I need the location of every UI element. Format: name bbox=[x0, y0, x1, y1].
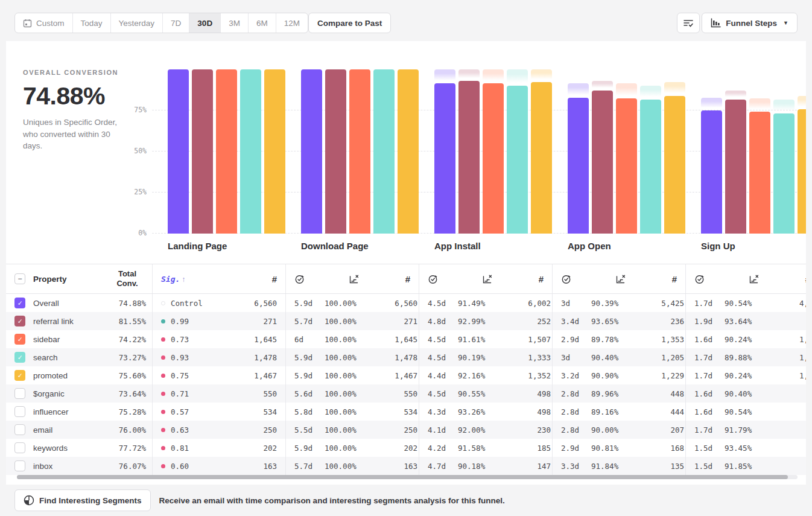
funnel-bar-referral-link[interactable] bbox=[458, 69, 480, 234]
bar-segment-dropoff[interactable] bbox=[640, 86, 661, 98]
avg-time-column-header-icon[interactable] bbox=[419, 274, 438, 284]
bar-segment-converted[interactable] bbox=[349, 69, 370, 234]
bar-segment-converted[interactable] bbox=[616, 98, 637, 234]
bar-segment-converted[interactable] bbox=[240, 69, 261, 234]
bar-segment-converted[interactable] bbox=[325, 69, 346, 234]
conversion-rate-column-header-icon[interactable] bbox=[349, 274, 360, 284]
count-column-header[interactable]: # bbox=[272, 274, 285, 284]
count-column-header[interactable]: # bbox=[805, 274, 806, 284]
row-checkbox[interactable] bbox=[14, 424, 25, 435]
funnel-bar-promoted[interactable] bbox=[264, 69, 285, 234]
funnel-bar-search[interactable] bbox=[507, 69, 528, 234]
bar-segment-converted[interactable] bbox=[264, 69, 285, 234]
bar-segment-converted[interactable] bbox=[701, 110, 722, 234]
funnel-bar-sidebar[interactable] bbox=[349, 69, 370, 234]
date-range-yesterday[interactable]: Yesterday bbox=[111, 13, 163, 33]
bar-segment-converted[interactable] bbox=[398, 69, 419, 234]
bar-segment-dropoff[interactable] bbox=[616, 83, 637, 96]
funnel-steps-dropdown[interactable]: Funnel Steps ▼ bbox=[702, 13, 798, 33]
row-checkbox[interactable] bbox=[14, 442, 25, 453]
bar-segment-converted[interactable] bbox=[592, 91, 613, 234]
conversion-rate-column-header-icon[interactable] bbox=[749, 274, 760, 284]
funnel-bar-sidebar[interactable] bbox=[483, 69, 504, 234]
funnel-bar-sidebar[interactable] bbox=[616, 69, 637, 234]
bar-segment-dropoff[interactable] bbox=[749, 98, 770, 109]
row-checkbox[interactable] bbox=[14, 460, 25, 471]
funnel-bar-search[interactable] bbox=[373, 69, 395, 234]
bar-segment-converted[interactable] bbox=[434, 83, 455, 234]
bar-segment-dropoff[interactable] bbox=[458, 69, 480, 78]
count-column-header[interactable]: # bbox=[539, 274, 552, 284]
bar-segment-dropoff[interactable] bbox=[798, 96, 806, 107]
date-range-3m[interactable]: 3M bbox=[221, 13, 249, 33]
funnel-bar-sidebar[interactable] bbox=[216, 69, 237, 234]
funnel-bar-search[interactable] bbox=[640, 69, 661, 234]
compare-to-past-button[interactable]: Compare to Past bbox=[308, 13, 391, 33]
bar-segment-converted[interactable] bbox=[568, 98, 589, 234]
bar-segment-converted[interactable] bbox=[725, 100, 746, 234]
bar-segment-dropoff[interactable] bbox=[531, 69, 552, 80]
date-range-6m[interactable]: 6M bbox=[249, 13, 276, 33]
funnel-bar-referral-link[interactable] bbox=[725, 69, 746, 234]
avg-time-column-header-icon[interactable] bbox=[686, 274, 705, 284]
funnel-bar-search[interactable] bbox=[240, 69, 261, 234]
avg-time-column-header-icon[interactable] bbox=[286, 274, 305, 284]
funnel-bar-overall[interactable] bbox=[568, 69, 589, 234]
row-checkbox[interactable]: ✓ bbox=[14, 316, 25, 326]
funnel-bar-overall[interactable] bbox=[168, 69, 189, 234]
bar-segment-converted[interactable] bbox=[458, 81, 480, 234]
bar-segment-dropoff[interactable] bbox=[568, 83, 589, 95]
funnel-bar-promoted[interactable] bbox=[664, 69, 685, 234]
funnel-bar-referral-link[interactable] bbox=[192, 69, 213, 234]
bar-segment-dropoff[interactable] bbox=[773, 100, 795, 110]
count-column-header[interactable]: # bbox=[672, 274, 685, 284]
funnel-bar-promoted[interactable] bbox=[798, 69, 806, 234]
bar-segment-dropoff[interactable] bbox=[701, 98, 722, 108]
funnel-bar-referral-link[interactable] bbox=[325, 69, 346, 234]
funnel-bar-referral-link[interactable] bbox=[592, 69, 613, 234]
bar-segment-converted[interactable] bbox=[168, 69, 189, 234]
find-interesting-segments-button[interactable]: Find Interesting Segments bbox=[14, 489, 151, 511]
conversion-rate-column-header-icon[interactable] bbox=[615, 274, 626, 284]
funnel-bar-promoted[interactable] bbox=[398, 69, 419, 234]
bar-segment-converted[interactable] bbox=[301, 69, 322, 234]
bar-segment-converted[interactable] bbox=[216, 69, 237, 234]
row-checkbox[interactable]: ✓ bbox=[14, 352, 25, 363]
avg-time-column-header-icon[interactable] bbox=[553, 274, 571, 284]
bar-segment-dropoff[interactable] bbox=[507, 69, 528, 83]
bar-segment-converted[interactable] bbox=[507, 86, 528, 234]
date-range-30d[interactable]: 30D bbox=[189, 13, 221, 33]
bar-segment-dropoff[interactable] bbox=[434, 69, 455, 81]
bar-segment-dropoff[interactable] bbox=[664, 82, 685, 94]
sig-column-header[interactable]: Sig.↑ bbox=[153, 275, 185, 284]
date-range-today[interactable]: Today bbox=[73, 13, 111, 33]
bar-segment-converted[interactable] bbox=[798, 109, 806, 234]
funnel-bar-sidebar[interactable] bbox=[749, 69, 770, 234]
funnel-bar-search[interactable] bbox=[773, 69, 795, 234]
date-range-7d[interactable]: 7D bbox=[163, 13, 189, 33]
bar-segment-converted[interactable] bbox=[531, 82, 552, 234]
bar-segment-converted[interactable] bbox=[373, 69, 395, 234]
horizontal-scrollbar-thumb[interactable] bbox=[17, 475, 788, 479]
bar-segment-converted[interactable] bbox=[749, 112, 770, 234]
row-checkbox[interactable] bbox=[14, 388, 25, 399]
date-range-12m[interactable]: 12M bbox=[276, 13, 308, 33]
count-column-header[interactable]: # bbox=[405, 274, 419, 284]
bar-segment-converted[interactable] bbox=[192, 69, 213, 234]
horizontal-scrollbar[interactable] bbox=[17, 475, 798, 479]
bar-segment-converted[interactable] bbox=[773, 113, 795, 234]
funnel-bar-promoted[interactable] bbox=[531, 69, 552, 234]
funnel-bar-overall[interactable] bbox=[301, 69, 322, 234]
date-range-custom[interactable]: Custom bbox=[15, 13, 73, 33]
select-all-checkbox[interactable]: − bbox=[14, 273, 25, 284]
bar-segment-dropoff[interactable] bbox=[592, 81, 613, 88]
bar-segment-converted[interactable] bbox=[483, 83, 504, 234]
bar-segment-dropoff[interactable] bbox=[483, 69, 504, 81]
row-checkbox[interactable]: ✓ bbox=[14, 370, 25, 381]
bar-segment-converted[interactable] bbox=[640, 100, 661, 234]
row-checkbox[interactable]: ✓ bbox=[14, 298, 25, 308]
bar-segment-converted[interactable] bbox=[664, 96, 685, 234]
funnel-bar-overall[interactable] bbox=[701, 69, 722, 234]
bar-segment-dropoff[interactable] bbox=[725, 91, 746, 97]
row-checkbox[interactable] bbox=[14, 406, 25, 417]
